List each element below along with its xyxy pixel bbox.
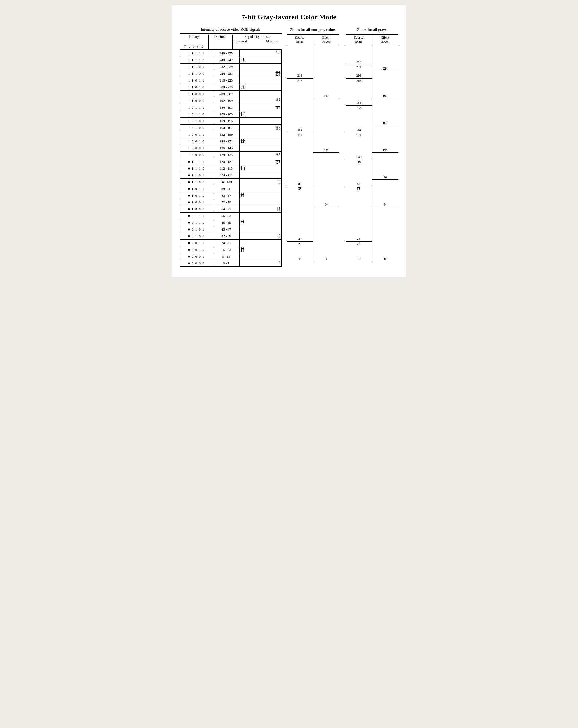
- table-row: 0 1 1 0 1104 - 111: [180, 172, 281, 179]
- zone-value: 192: [313, 94, 339, 98]
- zone-value: 0: [372, 257, 398, 261]
- cell-popularity: [240, 240, 281, 246]
- zone-value: 151: [346, 133, 372, 137]
- cell-binary: 1 1 0 1 0: [180, 84, 213, 90]
- zone-value: 215: [287, 79, 313, 83]
- table-row: 0 1 0 0 064 - 716463: [180, 206, 281, 212]
- cell-decimal: 8 - 15: [213, 253, 240, 260]
- right-sections: Zones for all non-gray colors Sourcerang…: [287, 27, 398, 263]
- zone-nongray: Zones for all non-gray colors Sourcerang…: [287, 27, 339, 263]
- cell-binary: 0 0 0 0 0: [180, 260, 213, 267]
- zone-value: 216: [346, 74, 372, 78]
- cell-binary: 0 0 1 1 0: [180, 219, 213, 226]
- cell-popularity: 3231: [240, 233, 281, 240]
- zone-value: 184: [346, 101, 372, 105]
- cell-popularity: 208207: [240, 84, 281, 90]
- cell-binary: 0 1 0 0 0: [180, 206, 213, 212]
- table-row: 1 1 0 1 1216 - 223: [180, 77, 281, 84]
- cell-decimal: 64 - 71: [213, 206, 240, 212]
- cell-decimal: 240 - 247: [213, 57, 240, 63]
- zone-value: 0: [313, 257, 339, 261]
- cell-decimal: 96 - 103: [213, 179, 240, 185]
- cell-binary: 0 0 0 1 0: [180, 246, 213, 253]
- zone-value: 119: [346, 160, 372, 164]
- zone-value: 152: [287, 128, 313, 132]
- zone-value: 96: [372, 176, 398, 179]
- zone-value: 23: [287, 242, 313, 246]
- table-row: 1 0 0 0 1136 - 143: [180, 145, 281, 152]
- cell-decimal: 200 - 207: [213, 90, 240, 97]
- table-row: 1 1 1 0 1232 - 239: [180, 63, 281, 70]
- cell-decimal: 120 - 127: [213, 158, 240, 165]
- table-row: 1 1 0 0 0192 - 199192: [180, 97, 281, 104]
- cell-popularity: 112111: [240, 165, 281, 172]
- cell-binary: 1 0 0 1 0: [180, 138, 213, 145]
- col-header-binary: Binary: [180, 35, 209, 44]
- zone-value: 255: [313, 41, 339, 44]
- table-row: 1 1 1 1 0240 - 247240239: [180, 57, 281, 63]
- cell-popularity: 1615: [240, 246, 281, 253]
- cell-popularity: 160159: [240, 125, 281, 131]
- table-row: 1 1 1 0 0224 - 231224223: [180, 70, 281, 77]
- zone-value: 24: [346, 237, 372, 241]
- zone-value: 0: [346, 257, 372, 261]
- cell-decimal: 88 - 95: [213, 185, 240, 192]
- cell-popularity: [240, 185, 281, 192]
- content-area: Intensity of source video RGB signals Bi…: [180, 27, 398, 267]
- cell-popularity: [240, 145, 281, 152]
- cell-popularity: 255: [240, 50, 281, 57]
- cell-binary: 0 0 0 0 1: [180, 253, 213, 260]
- table-row: 0 1 1 1 1120 - 127127: [180, 158, 281, 165]
- cell-decimal: 104 - 111: [213, 172, 240, 179]
- table-row: 0 1 1 0 096 - 1039695: [180, 179, 281, 185]
- cell-decimal: 56 - 63: [213, 212, 240, 219]
- cell-popularity: 8079: [240, 192, 281, 199]
- zone-nongray-title: Zones for all non-gray colors: [287, 27, 339, 32]
- cell-popularity: [240, 90, 281, 97]
- zone-value: 151: [287, 133, 313, 137]
- cell-popularity: 224223: [240, 70, 281, 77]
- cell-binary: 1 1 1 1 0: [180, 57, 213, 63]
- table-row: 0 0 0 0 00 - 70: [180, 260, 281, 267]
- cell-binary: 1 0 0 0 0: [180, 152, 213, 158]
- cell-popularity: 6463: [240, 206, 281, 212]
- table-row: 1 0 0 1 0144 - 151144143: [180, 138, 281, 145]
- table-row: 0 0 0 1 016 - 231615: [180, 246, 281, 253]
- table-row: 0 1 0 1 188 - 95: [180, 185, 281, 192]
- cell-binary: 1 0 1 1 0: [180, 111, 213, 118]
- cell-binary: 1 1 1 0 1: [180, 63, 213, 70]
- table-row: 1 1 0 0 1200 - 207: [180, 90, 281, 97]
- table-row: 0 0 0 0 18 - 15: [180, 253, 281, 260]
- cell-binary: 0 0 1 1 1: [180, 212, 213, 219]
- zone-value: 215: [346, 79, 372, 83]
- zone-value: 224: [372, 67, 398, 71]
- cell-binary: 0 1 1 1 0: [180, 165, 213, 172]
- cell-binary: 0 0 1 0 0: [180, 233, 213, 240]
- cell-decimal: 136 - 143: [213, 145, 240, 152]
- table-row: 1 1 1 1 1248 - 255255: [180, 50, 281, 57]
- zone-value: 255: [346, 41, 372, 44]
- cell-decimal: 176 - 183: [213, 111, 240, 118]
- cell-popularity: 176175: [240, 111, 281, 118]
- left-section: Intensity of source video RGB signals Bi…: [180, 27, 282, 267]
- cell-popularity: [240, 212, 281, 219]
- table-row: 0 0 1 1 156 - 63: [180, 212, 281, 219]
- col-header-decimal: Decimal: [209, 35, 233, 44]
- less-used-label: Less used: [235, 39, 247, 43]
- table-row: 0 0 1 0 140 - 47: [180, 226, 281, 233]
- cell-binary: 1 1 0 0 1: [180, 90, 213, 97]
- cell-decimal: 80 - 87: [213, 192, 240, 199]
- zone-value: 128: [313, 149, 339, 152]
- cell-popularity: [240, 226, 281, 233]
- table-row: 0 1 1 1 0112 - 119112111: [180, 165, 281, 172]
- cell-popularity: [240, 118, 281, 125]
- zone-value: 87: [346, 187, 372, 191]
- cell-decimal: 160 - 167: [213, 125, 240, 131]
- page-title: 7-bit Gray-favored Color Mode: [180, 13, 398, 21]
- cell-decimal: 24 - 31: [213, 240, 240, 246]
- cell-binary: 1 0 1 0 1: [180, 118, 213, 125]
- cell-decimal: 192 - 199: [213, 97, 240, 104]
- table-row: 1 0 0 1 1152 - 159: [180, 131, 281, 138]
- table-row: 0 0 1 0 032 - 393231: [180, 233, 281, 240]
- zone-value: 128: [372, 149, 398, 152]
